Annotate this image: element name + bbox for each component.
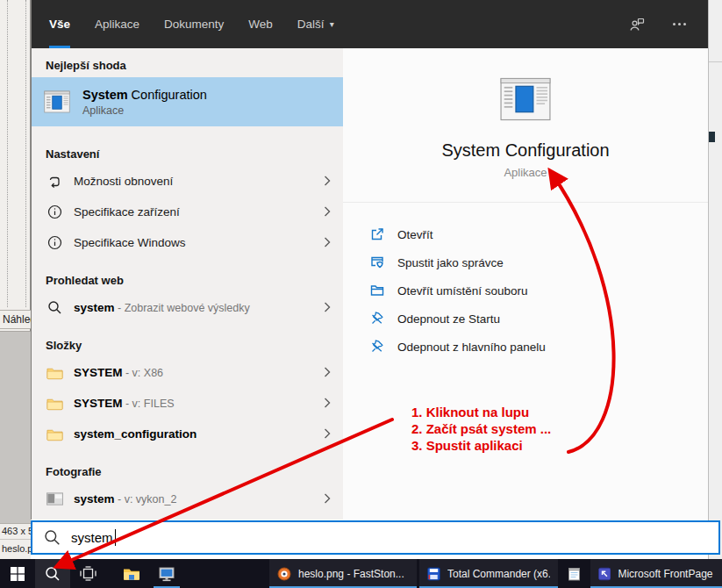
folder-icon <box>46 395 63 412</box>
unpin-icon <box>369 311 385 326</box>
photo-result-vykon-2[interactable]: system - v: vykon_2 <box>32 484 343 514</box>
msconfig-app-icon <box>44 90 70 113</box>
recovery-icon <box>46 173 63 190</box>
start-icon <box>11 567 25 581</box>
section-web-header: Prohledat web <box>32 263 343 292</box>
photo-icon <box>46 491 63 508</box>
taskbar-search-button[interactable] <box>35 559 70 588</box>
action-label: Odepnout ze Startu <box>397 312 500 326</box>
chevron-right-icon[interactable] <box>324 300 331 316</box>
search-flyout: Vše Aplikace Dokumenty Web Další ▾ <box>31 0 708 520</box>
search-icon <box>46 299 63 317</box>
taskbar: heslo.png - FastSton... Total Commander … <box>0 559 722 588</box>
taskbar-app-total-commander[interactable]: Total Commander (x6... <box>419 559 558 588</box>
taskbar-app-faststone[interactable]: heslo.png - FastSton... <box>269 559 417 588</box>
best-match-title-strong: System <box>82 88 128 102</box>
taskbar-app-label: heslo.png - FastSton... <box>298 568 404 580</box>
result-label: Specifikace zařízení <box>74 205 317 219</box>
folder-result-system-x86[interactable]: SYSTEM - v: X86 <box>32 357 343 388</box>
tab-vse[interactable]: Vše <box>49 0 70 48</box>
result-term: system_configuration <box>74 427 197 441</box>
chevron-right-icon[interactable] <box>324 396 331 412</box>
tab-label: Web <box>248 18 273 31</box>
chevron-right-icon[interactable] <box>324 427 331 442</box>
chevron-right-icon[interactable] <box>324 174 331 190</box>
folder-icon <box>46 364 63 382</box>
taskbar-app-frontpage[interactable]: Microsoft FrontPage ... <box>590 559 722 588</box>
chevron-right-icon[interactable] <box>324 204 331 220</box>
search-query-text: system <box>71 530 113 545</box>
web-search-result[interactable]: system - Zobrazit webové výsledky <box>32 292 343 323</box>
action-unpin-from-taskbar[interactable]: Odepnout z hlavního panelu <box>369 333 708 361</box>
photo-result-vykon[interactable]: system - v: vykon <box>32 514 343 520</box>
section-best-match-header: Nejlepší shoda <box>32 48 343 77</box>
file-explorer-button[interactable] <box>114 559 149 588</box>
result-label: SYSTEM - v: X86 <box>74 366 317 379</box>
frontpage-icon <box>598 567 611 581</box>
annotation-line: 1. Kliknout na lupu <box>411 404 551 420</box>
tab-aplikace[interactable]: Aplikace <box>95 0 139 48</box>
best-match-item[interactable]: System Configuration Aplikace <box>32 77 343 126</box>
section-settings-header: Nastavení <box>32 137 343 166</box>
faststone-icon <box>277 567 291 581</box>
tab-web[interactable]: Web <box>248 0 273 48</box>
chevron-right-icon[interactable] <box>324 491 331 507</box>
monitor-app-button[interactable] <box>149 559 184 588</box>
result-label: SYSTEM - v: FILES <box>74 397 317 410</box>
tab-label: Další <box>297 18 325 31</box>
image-size-label: 463 x 5 <box>0 523 31 539</box>
more-options-icon[interactable] <box>669 15 689 34</box>
folder-result-system-files[interactable]: SYSTEM - v: FILES <box>32 388 343 419</box>
feedback-icon[interactable] <box>627 15 647 34</box>
detail-subtitle: Aplikace <box>504 166 547 179</box>
result-hint: - v: X86 <box>123 367 164 379</box>
start-button[interactable] <box>0 559 35 588</box>
taskbar-app-notepad[interactable] <box>561 559 588 588</box>
notepad-icon <box>568 566 581 581</box>
search-header: Vše Aplikace Dokumenty Web Další ▾ <box>32 0 708 48</box>
action-label: Odepnout z hlavního panelu <box>397 341 546 354</box>
action-label: Spustit jako správce <box>397 256 504 269</box>
action-unpin-from-start[interactable]: Odepnout ze Startu <box>369 305 708 333</box>
panel-divider <box>7 0 8 307</box>
search-input[interactable]: system <box>31 520 720 555</box>
chevron-right-icon[interactable] <box>324 235 331 251</box>
search-icon <box>44 529 61 546</box>
preview-panel-area <box>0 331 31 523</box>
settings-result-recovery[interactable]: Možnosti obnovení <box>32 166 343 197</box>
settings-result-device-spec[interactable]: Specifikace zařízení <box>32 197 343 227</box>
screen: Náhled 463 x 5 heslo.p Vše Aplikace Doku… <box>0 0 722 588</box>
section-folders-header: Složky <box>32 328 343 357</box>
folder-result-system-configuration[interactable]: system_configuration <box>32 419 343 449</box>
best-match-subtitle: Aplikace <box>82 104 207 117</box>
text-cursor <box>115 529 116 546</box>
annotation-line: 3. Spustit aplikaci <box>411 437 551 454</box>
taskbar-app-label: Microsoft FrontPage ... <box>618 568 714 580</box>
action-run-as-admin[interactable]: Spustit jako správce <box>369 248 708 276</box>
tab-dalsi[interactable]: Další ▾ <box>297 0 334 48</box>
action-open-file-location[interactable]: Otevřít umístění souboru <box>369 276 708 305</box>
action-label: Otevřít <box>397 228 433 241</box>
result-term: SYSTEM <box>74 366 123 379</box>
tab-dokumenty[interactable]: Dokumenty <box>164 0 224 48</box>
taskbar-app-label: Total Commander (x6... <box>447 568 550 580</box>
action-list: Otevřít Spustit jako správce <box>343 220 708 361</box>
results-panel: Nejlepší shoda <box>32 48 343 520</box>
explorer-icon <box>123 567 140 581</box>
tutorial-annotation: 1. Kliknout na lupu 2. Začít psát system… <box>411 404 551 454</box>
panel-divider <box>25 0 26 307</box>
task-view-button[interactable] <box>70 559 105 588</box>
settings-result-windows-spec[interactable]: Specifikace Windows <box>32 227 343 258</box>
action-label: Otevřít umístění souboru <box>397 284 528 298</box>
annotation-line: 2. Začít psát system ... <box>411 420 551 437</box>
total-commander-icon <box>427 567 440 581</box>
chevron-right-icon[interactable] <box>324 365 331 381</box>
info-icon <box>46 234 63 252</box>
result-term: SYSTEM <box>74 397 123 410</box>
action-open[interactable]: Otevřít <box>369 220 708 248</box>
search-icon <box>45 566 61 582</box>
preview-panel-label: Náhled <box>0 310 31 329</box>
unpin-icon <box>369 339 385 355</box>
result-hint: - v: FILES <box>123 398 175 410</box>
msconfig-app-icon-large <box>499 77 552 121</box>
